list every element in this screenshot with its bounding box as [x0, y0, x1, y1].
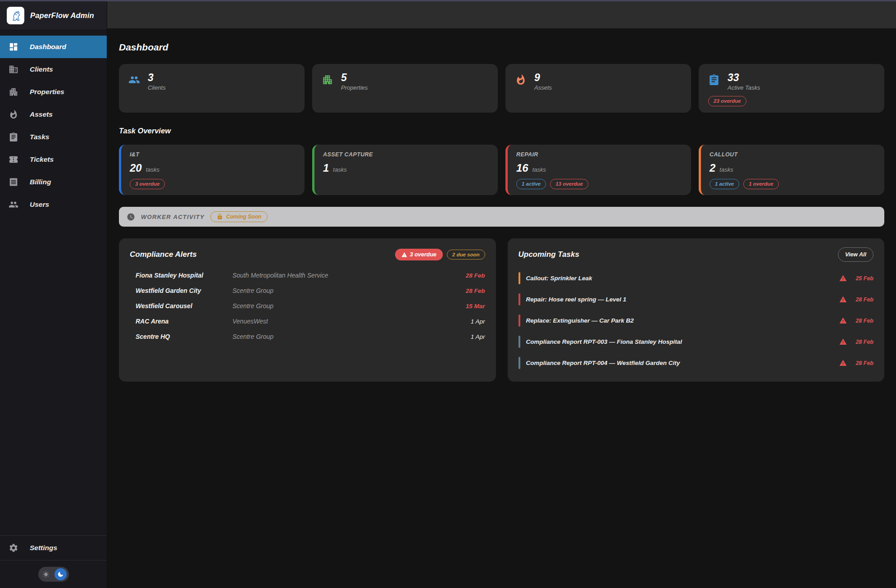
compliance-alerts-panel: Compliance Alerts 3 overdue 2 due soon F… [119, 238, 496, 382]
upcoming-task-row[interactable]: Callout: Sprinkler Leak 25 Feb [518, 268, 874, 289]
sidebar-item-label: Tasks [30, 133, 49, 141]
flame-icon [9, 109, 18, 119]
overdue-summary-label: 3 overdue [410, 251, 437, 258]
stat-value: 3 [148, 72, 166, 83]
sidebar-spacer [0, 216, 107, 535]
due-date: 28 Feb [853, 339, 873, 345]
sidebar-item-label: Assets [30, 110, 53, 119]
overdue-badge: 3 overdue [130, 179, 165, 189]
sidebar-item-label: Clients [30, 65, 53, 73]
flame-icon [515, 74, 527, 86]
sidebar-item-tickets[interactable]: Tickets [0, 148, 107, 171]
upcoming-task-row[interactable]: Compliance Report RPT-003 — Fiona Stanle… [518, 331, 874, 352]
due-date: 25 Feb [853, 275, 873, 282]
stat-card-active-tasks[interactable]: 33 Active Tasks 23 overdue [699, 64, 884, 113]
stat-value: 9 [534, 72, 552, 83]
compliance-row[interactable]: Scentre HQ Scentre Group 1 Apr [130, 329, 485, 344]
task-type-bar [518, 272, 520, 284]
sidebar-item-settings[interactable]: Settings [0, 535, 107, 560]
active-badge: 1 active [516, 179, 546, 189]
section-title-task-overview: Task Overview [119, 127, 884, 135]
task-type-bar [518, 315, 520, 327]
stat-card-assets[interactable]: 9 Assets [505, 64, 691, 113]
task-count: 1 [323, 162, 329, 174]
coming-soon-badge: Coming Soon [210, 211, 268, 222]
sidebar-item-dashboard[interactable]: Dashboard [0, 36, 107, 58]
client-name: Scentre Group [232, 333, 471, 340]
compliance-row[interactable]: Fiona Stanley Hospital South Metropolita… [130, 268, 485, 283]
sidebar-item-billing[interactable]: Billing [0, 171, 107, 193]
upcoming-task-row[interactable]: Repair: Hose reel spring — Level 1 28 Fe… [518, 289, 874, 310]
due-soon-badge: 2 due soon [447, 250, 485, 260]
warning-icon [839, 338, 847, 346]
stat-label: Properties [341, 84, 368, 91]
sun-icon[interactable] [42, 571, 50, 578]
task-title: Callout: Sprinkler Leak [526, 275, 834, 282]
moon-icon[interactable] [55, 568, 67, 580]
task-title: Repair: Hose reel spring — Level 1 [526, 296, 834, 303]
task-type-label: ASSET CAPTURE [323, 151, 489, 158]
property-name: Scentre HQ [136, 333, 232, 340]
sidebar-item-properties[interactable]: Properties [0, 81, 107, 103]
sidebar-nav: Dashboard Clients Properties Assets Task… [0, 36, 107, 216]
topbar [107, 1, 896, 28]
sidebar-item-clients[interactable]: Clients [0, 58, 107, 81]
task-title: Compliance Report RPT-003 — Fiona Stanle… [526, 338, 834, 345]
sidebar-item-label: Users [30, 201, 49, 209]
sidebar-item-users[interactable]: Users [0, 193, 107, 216]
sidebar-item-label: Tickets [30, 155, 54, 164]
coming-soon-label: Coming Soon [226, 214, 261, 220]
due-date: 28 Feb [466, 287, 485, 294]
task-type-bar [518, 336, 520, 348]
compliance-row[interactable]: Westfield Carousel Scentre Group 15 Mar [130, 298, 485, 314]
task-type-label: I&T [130, 151, 296, 158]
task-type-label: CALLOUT [710, 151, 876, 158]
client-name: VenuesWest [232, 318, 471, 325]
app-title: PaperFlow Admin [30, 11, 94, 20]
task-card-asset-capture[interactable]: ASSET CAPTURE 1 tasks [312, 145, 498, 195]
property-name: Westfield Carousel [136, 302, 232, 310]
compliance-row[interactable]: Westfield Garden City Scentre Group 28 F… [130, 283, 485, 298]
people-icon [9, 200, 18, 210]
compliance-row[interactable]: RAC Arena VenuesWest 1 Apr [130, 314, 485, 329]
client-name: South Metropolitan Health Service [232, 272, 466, 279]
apartment-icon [9, 87, 18, 97]
upcoming-task-row[interactable]: Replace: Extinguisher — Car Park B2 28 F… [518, 310, 874, 331]
view-all-button[interactable]: View All [838, 247, 873, 262]
due-date: 28 Feb [466, 272, 485, 279]
task-card-callout[interactable]: CALLOUT 2 tasks 1 active 1 overdue [699, 145, 884, 195]
sidebar-header: PaperFlow Admin [0, 1, 107, 30]
clipboard-icon [708, 74, 720, 86]
stat-card-properties[interactable]: 5 Properties [312, 64, 498, 113]
task-unit: tasks [146, 166, 159, 173]
client-name: Scentre Group [232, 302, 466, 310]
apartment-icon [322, 74, 333, 86]
property-name: Fiona Stanley Hospital [136, 272, 232, 279]
sidebar-item-assets[interactable]: Assets [0, 103, 107, 126]
clock-icon [127, 213, 135, 221]
property-name: Westfield Garden City [136, 287, 232, 294]
stats-grid: 3 Clients 5 Properties [119, 64, 884, 113]
stat-label: Clients [148, 84, 166, 91]
stat-card-clients[interactable]: 3 Clients [119, 64, 305, 113]
overdue-summary-badge: 3 overdue [395, 249, 443, 260]
stat-value: 33 [728, 72, 760, 83]
task-card-it[interactable]: I&T 20 tasks 3 overdue [119, 145, 305, 195]
sidebar: PaperFlow Admin Dashboard Clients Proper… [0, 1, 107, 588]
theme-toggle[interactable] [38, 567, 69, 582]
task-card-repair[interactable]: REPAIR 16 tasks 1 active 13 overdue [505, 145, 691, 195]
task-type-bar [518, 357, 520, 369]
sidebar-item-label: Dashboard [30, 43, 66, 51]
due-date: 1 Apr [471, 333, 485, 340]
panel-title-compliance: Compliance Alerts [130, 250, 197, 259]
sidebar-item-tasks[interactable]: Tasks [0, 126, 107, 148]
app-logo [7, 7, 24, 24]
kangaroo-icon [9, 9, 23, 23]
warning-icon [839, 274, 847, 282]
clipboard-icon [9, 132, 18, 142]
property-name: RAC Arena [136, 318, 232, 325]
upcoming-task-row[interactable]: Compliance Report RPT-004 — Westfield Ga… [518, 352, 874, 374]
sidebar-item-label: Billing [30, 178, 51, 186]
overdue-badge: 23 overdue [708, 96, 746, 106]
task-unit: tasks [532, 166, 546, 173]
